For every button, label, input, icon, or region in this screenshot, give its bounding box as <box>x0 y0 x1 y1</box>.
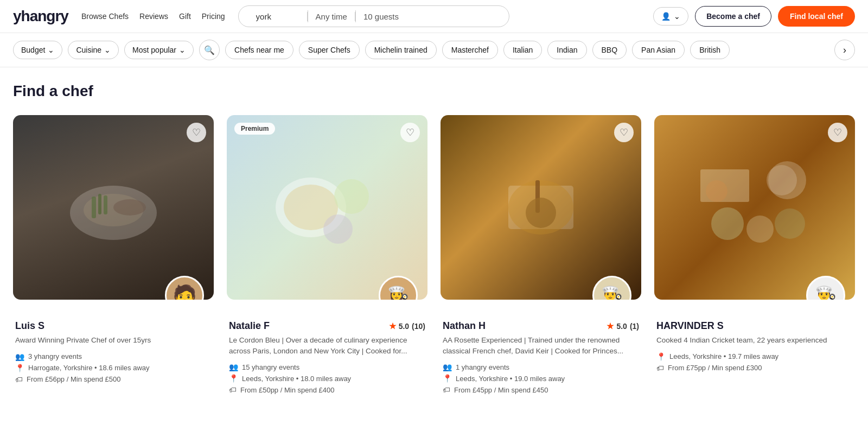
svg-point-5 <box>113 199 146 216</box>
svg-point-11 <box>323 214 353 244</box>
chef-name-harvinder: HARVINDER S <box>656 320 724 332</box>
card-image-harvinder <box>654 115 855 300</box>
rating-value-nathan: 5.0 <box>616 322 627 331</box>
events-icon-nathan: 👥 <box>443 363 452 371</box>
tag-chefs-near-me[interactable]: Chefs near me <box>225 41 293 59</box>
svg-point-21 <box>775 208 805 239</box>
events-text-luis: 3 yhangry events <box>28 352 82 360</box>
chef-name-row-nathan: Nathan H ★ 5.0 (1) <box>443 320 639 332</box>
svg-rect-4 <box>104 195 107 214</box>
most-popular-label: Most popular <box>132 46 176 54</box>
svg-point-22 <box>706 180 727 202</box>
rating-value-natalie: 5.0 <box>399 322 409 331</box>
chef-card-harvinder[interactable]: ♡ 👨‍🍳 HARVINDER S Cooked 4 Indian Cricke… <box>654 115 855 398</box>
events-text-nathan: 1 yhangry events <box>456 363 509 371</box>
cuisine-dropdown[interactable]: Cuisine ⌄ <box>68 41 119 59</box>
chef-location-natalie: 📍 Leeds, Yorkshire • 18.0 miles away <box>229 374 425 383</box>
most-popular-dropdown[interactable]: Most popular ⌄ <box>124 41 194 59</box>
search-filter-button[interactable]: 🔍 <box>199 40 220 60</box>
filter-bar: Budget ⌄ Cuisine ⌄ Most popular ⌄ 🔍 Chef… <box>0 33 868 67</box>
location-icon-harvinder: 📍 <box>656 352 666 361</box>
nav-reviews[interactable]: Reviews <box>139 12 168 21</box>
chef-card-luis[interactable]: ♡ 🧑 Luis S Award Winning Private Chef of… <box>13 115 214 398</box>
search-icon: 🔍 <box>204 45 215 55</box>
tag-indian[interactable]: Indian <box>547 41 586 59</box>
become-chef-button[interactable]: Become a chef <box>695 6 771 27</box>
card-image-luis <box>13 115 214 300</box>
chef-location-nathan: 📍 Leeds, Yorkshire • 19.0 miles away <box>443 374 639 383</box>
location-text-natalie: Leeds, Yorkshire • 18.0 miles away <box>242 375 351 383</box>
cuisine-chevron-icon: ⌄ <box>104 46 111 54</box>
location-section[interactable] <box>248 12 308 21</box>
card-image-wrap-nathan: ♡ 👨‍🍳 <box>441 115 641 300</box>
logo[interactable]: yhangry <box>13 8 68 25</box>
card-image-wrap-harvinder: ♡ 👨‍🍳 <box>654 115 855 300</box>
most-popular-chevron-icon: ⌄ <box>179 46 186 54</box>
svg-point-9 <box>334 179 369 214</box>
location-icon-natalie: 📍 <box>229 374 238 383</box>
search-bar[interactable]: Any time 10 guests <box>238 5 509 27</box>
tag-pan-asian[interactable]: Pan Asian <box>632 41 685 59</box>
user-menu-button[interactable]: 👤 ⌄ <box>653 7 688 26</box>
user-icon: 👤 <box>661 12 671 21</box>
heart-button-nathan[interactable]: ♡ <box>614 123 634 142</box>
chef-name-nathan: Nathan H <box>443 320 486 332</box>
chef-events-natalie: 👥 15 yhangry events <box>229 363 425 371</box>
location-icon-nathan: 📍 <box>443 374 452 383</box>
time-label: Any time <box>316 12 347 21</box>
rating-nathan: ★ 5.0 (1) <box>607 321 639 331</box>
star-icon-natalie: ★ <box>389 321 396 331</box>
tag-italian[interactable]: Italian <box>503 41 542 59</box>
tag-masterchef[interactable]: Masterchef <box>442 41 498 59</box>
nav-pricing[interactable]: Pricing <box>202 12 225 21</box>
location-text-harvinder: Leeds, Yorkshire • 19.7 miles away <box>669 352 778 360</box>
time-section[interactable]: Any time <box>308 12 355 21</box>
budget-chevron-icon: ⌄ <box>48 46 54 54</box>
tag-michelin-trained[interactable]: Michelin trained <box>365 41 437 59</box>
chef-name-natalie: Natalie F <box>229 320 270 332</box>
svg-point-19 <box>711 207 744 240</box>
pricing-icon-harvinder: 🏷 <box>656 364 664 372</box>
svg-point-20 <box>746 216 774 243</box>
rating-natalie: ★ 5.0 (10) <box>389 321 425 331</box>
find-chef-button[interactable]: Find local chef <box>778 6 855 27</box>
location-text-luis: Harrogate, Yorkshire • 18.6 miles away <box>28 364 150 372</box>
pricing-icon-nathan: 🏷 <box>443 385 450 394</box>
tag-bbq[interactable]: BBQ <box>592 41 627 59</box>
chef-card-natalie[interactable]: ♡ Premium 👩‍🍳 Natalie F ★ 5.0 (10) Le Co… <box>227 115 427 398</box>
nav-gift[interactable]: Gift <box>179 12 191 21</box>
card-body-nathan: Nathan H ★ 5.0 (1) AA Rosette Experience… <box>441 300 641 398</box>
events-icon-natalie: 👥 <box>229 363 238 371</box>
pricing-text-harvinder: From £75pp / Min spend £300 <box>668 364 762 372</box>
chef-name-row-luis: Luis S <box>15 320 212 332</box>
header: yhangry Browse Chefs Reviews Gift Pricin… <box>0 0 868 33</box>
heart-button-harvinder[interactable]: ♡ <box>828 123 847 142</box>
guests-label: 10 guests <box>363 12 399 21</box>
chef-desc-luis: Award Winning Private Chef of over 15yrs <box>15 335 212 346</box>
budget-dropdown[interactable]: Budget ⌄ <box>13 41 62 59</box>
filter-scroll-right-button[interactable]: › <box>834 40 855 60</box>
pricing-icon-luis: 🏷 <box>15 375 23 384</box>
chef-name-row-harvinder: HARVINDER S <box>656 320 853 332</box>
heart-button-luis[interactable]: ♡ <box>187 123 206 142</box>
location-icon-luis: 📍 <box>15 364 24 372</box>
guests-section[interactable]: 10 guests <box>356 12 406 21</box>
chef-desc-nathan: AA Rosette Experienced | Trained under t… <box>443 335 639 356</box>
tag-british[interactable]: British <box>690 41 730 59</box>
chef-meta-harvinder: 📍 Leeds, Yorkshire • 19.7 miles away 🏷 F… <box>656 352 853 372</box>
card-image-wrap-natalie: ♡ Premium 👩‍🍳 <box>227 115 427 300</box>
card-image-natalie <box>227 115 427 300</box>
chevron-down-icon: ⌄ <box>674 12 680 21</box>
nav-browse-chefs[interactable]: Browse Chefs <box>81 12 129 21</box>
pricing-text-nathan: From £45pp / Min spend £450 <box>454 386 548 394</box>
svg-point-15 <box>526 198 556 228</box>
location-input[interactable] <box>256 12 299 21</box>
chef-card-nathan[interactable]: ♡ 👨‍🍳 Nathan H ★ 5.0 (1) AA Rosette Expe… <box>441 115 641 398</box>
pricing-text-natalie: From £50pp / Min spend £400 <box>240 386 334 394</box>
heart-button-natalie[interactable]: ♡ <box>400 123 420 142</box>
chef-pricing-harvinder: 🏷 From £75pp / Min spend £300 <box>656 364 853 372</box>
chef-location-luis: 📍 Harrogate, Yorkshire • 18.6 miles away <box>15 364 212 372</box>
chef-desc-natalie: Le Cordon Bleu | Over a decade of culina… <box>229 335 425 356</box>
tag-super-chefs[interactable]: Super Chefs <box>299 41 360 59</box>
location-text-nathan: Leeds, Yorkshire • 19.0 miles away <box>456 375 565 383</box>
